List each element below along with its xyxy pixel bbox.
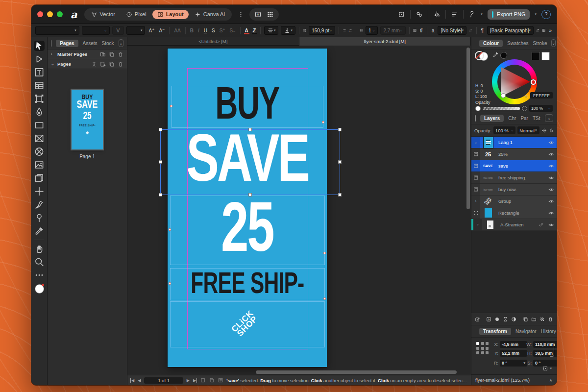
page-1-thumbnail[interactable]: BUY SAVE 25 FREE SHIP- ❖ — [72, 90, 103, 149]
25-text[interactable]: 25 — [168, 195, 327, 258]
layers-opacity-select[interactable]: 100 %⌄ — [493, 126, 515, 134]
assistant-icon[interactable] — [468, 11, 476, 18]
master-pages-section[interactable]: › Master Pages — [48, 49, 127, 59]
zoom-tool[interactable] — [34, 257, 45, 267]
x-field[interactable]: -4,5 mm — [500, 341, 527, 348]
doc-tab-untitled[interactable]: <Untitled> [M] — [127, 37, 299, 46]
fill-stroke-selector[interactable] — [475, 51, 491, 64]
buy-text[interactable]: BUY — [168, 84, 327, 123]
selection-box[interactable] — [160, 129, 340, 195]
tab-layers[interactable]: Layers — [480, 115, 504, 122]
layer-expander[interactable] — [471, 184, 480, 195]
selection-handle[interactable] — [159, 128, 162, 131]
y-field[interactable]: 52,2 mm — [500, 350, 527, 357]
adjustment-layer-icon[interactable] — [511, 316, 516, 322]
point-transform-tool[interactable] — [34, 186, 45, 196]
picture-frame-rect-tool[interactable] — [34, 133, 45, 144]
bold-button[interactable]: B — [189, 28, 195, 33]
vertical-scrollbar[interactable] — [466, 48, 470, 209]
doc-tab-flyer[interactable]: flyer-smal-2.idml [M] — [299, 37, 471, 46]
layer-visibility-toggle[interactable] — [546, 207, 557, 219]
duplicate-layer-icon[interactable] — [523, 316, 528, 322]
studio-grid-icon[interactable] — [267, 11, 274, 18]
delete-master-icon[interactable] — [118, 51, 123, 57]
text-frame-icon[interactable] — [413, 27, 416, 34]
flip-icon[interactable] — [433, 11, 441, 18]
selection-handle[interactable] — [248, 128, 252, 131]
duplicate-master-icon[interactable] — [109, 51, 115, 57]
superscript-button[interactable]: S⁺ — [219, 28, 226, 33]
layer-row-laag-1[interactable]: ⌄Laag 1 — [471, 137, 557, 148]
layer-expander[interactable] — [471, 160, 480, 172]
layer-visibility-toggle[interactable] — [546, 196, 557, 207]
layer-name[interactable]: free shipping. — [496, 172, 546, 183]
layer-row-rectangle[interactable]: Rectangle — [471, 207, 557, 219]
hue-knob[interactable] — [531, 79, 536, 85]
layer-visibility-toggle[interactable] — [546, 172, 557, 183]
tab-stock[interactable]: Stock — [102, 41, 114, 46]
spread-view-icon[interactable] — [209, 377, 215, 384]
layer-thumbnail[interactable] — [480, 137, 496, 148]
delete-page-icon[interactable] — [118, 61, 123, 67]
selection-handle[interactable] — [159, 160, 162, 164]
colour-picker-icon[interactable] — [492, 51, 499, 58]
tab-colour[interactable]: Colour — [479, 40, 503, 47]
subscript-button[interactable]: S₋ — [229, 28, 237, 33]
saturation-lightness-knob[interactable] — [501, 93, 506, 98]
tab-history[interactable]: History — [541, 329, 556, 334]
numbered-list-icon[interactable]: 12 — [348, 27, 352, 34]
baseline-grid-icon[interactable] — [542, 27, 545, 34]
layer-thumbnail[interactable] — [480, 207, 496, 219]
frame-text-tool[interactable] — [34, 67, 45, 77]
duplicate-page-icon[interactable] — [109, 61, 115, 67]
edit-all-layers-icon[interactable] — [475, 316, 480, 322]
mask-layer-icon[interactable] — [494, 316, 500, 322]
table-tool[interactable] — [34, 80, 45, 91]
text-colour-button[interactable]: A — [244, 28, 249, 33]
stroke-none-swatch[interactable] — [475, 51, 484, 60]
place-image-tool[interactable] — [34, 160, 45, 170]
blend-mode-select[interactable]: Normal⇕ — [517, 126, 539, 134]
rotation-field[interactable]: 0 °▾ — [500, 360, 527, 367]
style-picker-tool[interactable] — [34, 213, 45, 223]
layer-expander[interactable]: › — [473, 219, 482, 230]
tab-transform[interactable]: Transform — [479, 328, 511, 335]
layer-thumbnail[interactable]: free ship — [480, 172, 496, 183]
increase-size-button[interactable]: A⁺ — [147, 28, 155, 33]
variable-font-button[interactable]: Ⅴ — [112, 26, 123, 35]
paragraph-style-select[interactable]: [Basic Paragraph]▾ — [487, 26, 534, 35]
layer-row-group[interactable]: ›CLiCKSHOPGroup — [471, 196, 557, 207]
tab-assets[interactable]: Assets — [83, 41, 98, 46]
favourite-icon[interactable]: ★ — [549, 378, 553, 383]
layer-thumbnail[interactable]: SAVE — [480, 160, 496, 172]
layer-expander[interactable]: ⌄ — [471, 137, 480, 148]
layer-visibility-toggle[interactable] — [546, 148, 557, 160]
char-style-sync-icon[interactable] — [469, 27, 472, 34]
bullet-list-icon[interactable] — [343, 27, 346, 34]
layer-thumbnail[interactable]: buy now — [480, 184, 496, 195]
tab-pixel-persona[interactable]: Pixel — [121, 10, 151, 19]
layer-visibility-toggle[interactable] — [546, 160, 557, 172]
layer-visibility-toggle[interactable] — [546, 184, 557, 195]
picture-frame-ellipse-tool[interactable] — [34, 147, 45, 157]
panel-drag-handle[interactable] — [475, 115, 476, 122]
alignment-select[interactable]: ▾ — [264, 26, 279, 35]
pages-section[interactable]: ⌄ Pages — [48, 59, 127, 69]
previous-page-button[interactable]: ◀ — [138, 378, 141, 383]
layer-row-25-[interactable]: 2525% — [471, 148, 557, 160]
character-style-select[interactable]: [No Style]▾ — [438, 26, 466, 35]
layer-expander[interactable] — [471, 148, 480, 160]
hex-field[interactable]: FFFFFF — [530, 92, 553, 98]
panel-drag-handle[interactable] — [51, 40, 51, 47]
add-page-icon[interactable] — [100, 61, 106, 67]
gutter-field[interactable]: 2,7 mm⌄ — [380, 26, 405, 35]
tab-navigator[interactable]: Navigator — [515, 329, 537, 334]
first-page-button[interactable]: ◀ — [130, 378, 134, 383]
font-size-select[interactable]: ▾ — [126, 26, 146, 35]
layer-row-free-shipping-[interactable]: free shipfree shipping. — [471, 172, 557, 184]
selection-handle[interactable] — [338, 128, 342, 131]
font-style-select[interactable]: ⌄ — [82, 26, 110, 35]
view-hand-tool[interactable] — [34, 244, 45, 254]
transform-mode-icon[interactable] — [398, 11, 405, 18]
para-style-sync-icon[interactable] — [536, 27, 539, 34]
